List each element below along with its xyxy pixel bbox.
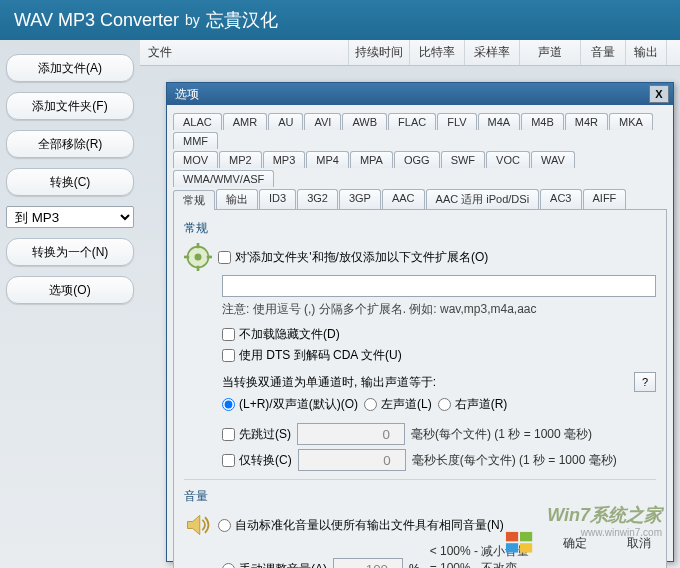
- add-folder-label: 添加文件夹(F): [32, 98, 107, 115]
- dialog-footer: 确定 取消: [505, 531, 663, 555]
- svg-marker-6: [188, 515, 200, 534]
- remove-all-button[interactable]: 全部移除(R): [6, 130, 134, 158]
- ok-button[interactable]: 确定: [551, 535, 599, 552]
- only-label[interactable]: 仅转换(C): [222, 452, 292, 469]
- svg-rect-8: [520, 532, 532, 541]
- ext-input[interactable]: [222, 275, 656, 297]
- hide-files-text: 不加载隐藏文件(D): [239, 327, 340, 341]
- tab-au[interactable]: AU: [268, 113, 303, 130]
- tab-mmf[interactable]: MMF: [173, 132, 218, 149]
- skip-text: 先跳过(S): [239, 427, 291, 441]
- tab-m4r[interactable]: M4R: [565, 113, 608, 130]
- tab-amr[interactable]: AMR: [223, 113, 267, 130]
- svg-rect-7: [506, 532, 518, 541]
- add-file-button[interactable]: 添加文件(A): [6, 54, 134, 82]
- tab-alac[interactable]: ALAC: [173, 113, 222, 130]
- tab-wav[interactable]: WAV: [531, 151, 575, 168]
- radio-lr-label[interactable]: (L+R)/双声道(默认)(O): [222, 396, 358, 413]
- tab-aiff[interactable]: AIFF: [583, 189, 627, 209]
- tab-panel-general: 常规 对'添加文件夹'和拖/放仅添加以下文件扩展名(O) 注意: 使用逗号 (,…: [173, 209, 667, 568]
- col-duration[interactable]: 持续时间: [349, 40, 410, 65]
- hide-files-checkbox[interactable]: [222, 328, 235, 341]
- tab-mka[interactable]: MKA: [609, 113, 653, 130]
- tab-3gp[interactable]: 3GP: [339, 189, 381, 209]
- tab-voc[interactable]: VOC: [486, 151, 530, 168]
- tab-mp2[interactable]: MP2: [219, 151, 262, 168]
- radio-right-label[interactable]: 右声道(R): [438, 396, 508, 413]
- tab-mp3[interactable]: MP3: [263, 151, 306, 168]
- app-titlebar: WAV MP3 Converter by 忘貴汉化: [0, 0, 680, 40]
- tab--[interactable]: 输出: [216, 189, 258, 209]
- tab-aac-ipod-dsi[interactable]: AAC 适用 iPod/DSi: [426, 189, 540, 209]
- only-checkbox[interactable]: [222, 454, 235, 467]
- tab-m4a[interactable]: M4A: [478, 113, 521, 130]
- tab-avi[interactable]: AVI: [304, 113, 341, 130]
- skip-label[interactable]: 先跳过(S): [222, 426, 291, 443]
- ext-checkbox-label[interactable]: 对'添加文件夹'和拖/放仅添加以下文件扩展名(O): [218, 249, 488, 266]
- tab-ogg[interactable]: OGG: [394, 151, 440, 168]
- skip-unit: 毫秒(每个文件) (1 秒 = 1000 毫秒): [411, 426, 592, 443]
- tab-ac3[interactable]: AC3: [540, 189, 581, 209]
- tab-id3[interactable]: ID3: [259, 189, 296, 209]
- col-volume[interactable]: 音量: [581, 40, 626, 65]
- vol-manual-radio[interactable]: [222, 563, 235, 568]
- tab-3g2[interactable]: 3G2: [297, 189, 338, 209]
- vol-manual-label[interactable]: 手动调整音量(A): [222, 561, 327, 568]
- ext-checkbox[interactable]: [218, 251, 231, 264]
- tab-row-1: ALACAMRAUAVIAWBFLACFLVM4AM4BM4RMKAMMF: [173, 111, 667, 149]
- radio-left[interactable]: [364, 398, 377, 411]
- tab-mp4[interactable]: MP4: [306, 151, 349, 168]
- tab-mov[interactable]: MOV: [173, 151, 218, 168]
- radio-left-label[interactable]: 左声道(L): [364, 396, 432, 413]
- convert-one-label: 转换为一个(N): [32, 244, 109, 261]
- tab-swf[interactable]: SWF: [441, 151, 485, 168]
- options-button[interactable]: 选项(O): [6, 276, 134, 304]
- sidebar: 添加文件(A) 添加文件夹(F) 全部移除(R) 转换(C) 到 MP3 转换为…: [0, 40, 140, 568]
- col-output[interactable]: 输出: [626, 40, 667, 65]
- dialog-title: 选项: [175, 86, 199, 103]
- cancel-button[interactable]: 取消: [615, 535, 663, 552]
- tab-awb[interactable]: AWB: [342, 113, 387, 130]
- only-input: [298, 449, 406, 471]
- help-button[interactable]: ?: [634, 372, 656, 392]
- skip-checkbox[interactable]: [222, 428, 235, 441]
- dialog-titlebar[interactable]: 选项 X: [167, 83, 673, 105]
- hide-files-label[interactable]: 不加载隐藏文件(D): [222, 326, 340, 343]
- add-folder-button[interactable]: 添加文件夹(F): [6, 92, 134, 120]
- col-bitrate[interactable]: 比特率: [410, 40, 465, 65]
- vol-auto-radio[interactable]: [218, 519, 231, 532]
- dts-cda-text: 使用 DTS 到解码 CDA 文件(U): [239, 348, 402, 362]
- dts-cda-label[interactable]: 使用 DTS 到解码 CDA 文件(U): [222, 347, 402, 364]
- options-dialog: 选项 X ALACAMRAUAVIAWBFLACFLVM4AM4BM4RMKAM…: [166, 82, 674, 562]
- tab-wma-wmv-asf[interactable]: WMA/WMV/ASF: [173, 170, 274, 187]
- format-select[interactable]: 到 MP3: [6, 206, 134, 228]
- title-cn: 忘貴汉化: [206, 8, 278, 32]
- col-channel[interactable]: 声道: [520, 40, 581, 65]
- list-header: 文件 持续时间 比特率 采样率 声道 音量 输出: [140, 40, 680, 66]
- ext-note: 注意: 使用逗号 (,) 分隔多个扩展名. 例如: wav,mp3,m4a,aa…: [222, 301, 656, 318]
- windows-logo-icon: [505, 531, 535, 555]
- title-by: by: [185, 12, 200, 28]
- only-text: 仅转换(C): [239, 453, 292, 467]
- radio-lr[interactable]: [222, 398, 235, 411]
- tab--[interactable]: 常规: [173, 190, 215, 210]
- tab-aac[interactable]: AAC: [382, 189, 425, 209]
- volume-heading: 音量: [184, 488, 656, 505]
- radio-right[interactable]: [438, 398, 451, 411]
- col-file[interactable]: 文件: [140, 40, 349, 65]
- remove-all-label: 全部移除(R): [38, 136, 103, 153]
- stereo-label: 当转换双通道为单通道时, 输出声道等于:: [222, 374, 436, 391]
- close-icon[interactable]: X: [649, 85, 669, 103]
- col-sample[interactable]: 采样率: [465, 40, 520, 65]
- vol-auto-label[interactable]: 自动标准化音量以便所有输出文件具有相同音量(N): [218, 517, 504, 534]
- dts-cda-checkbox[interactable]: [222, 349, 235, 362]
- pct-sign: %: [409, 562, 420, 568]
- tab-m4b[interactable]: M4B: [521, 113, 564, 130]
- tab-row-2: MOVMP2MP3MP4MPAOGGSWFVOCWAVWMA/WMV/ASF: [173, 149, 667, 187]
- convert-one-button[interactable]: 转换为一个(N): [6, 238, 134, 266]
- convert-button[interactable]: 转换(C): [6, 168, 134, 196]
- tab-flac[interactable]: FLAC: [388, 113, 436, 130]
- tab-flv[interactable]: FLV: [437, 113, 476, 130]
- tab-mpa[interactable]: MPA: [350, 151, 393, 168]
- svg-rect-9: [506, 543, 518, 552]
